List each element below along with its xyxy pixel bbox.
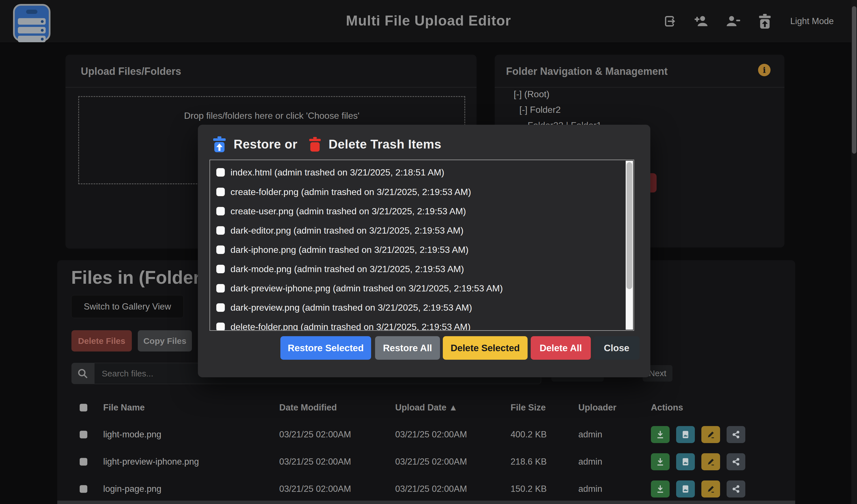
trash-list-item: dark-preview-iphone.png (admin trashed o… — [216, 282, 621, 295]
download-icon[interactable] — [651, 481, 670, 498]
item-checkbox[interactable] — [216, 168, 225, 177]
edit-icon[interactable] — [701, 481, 720, 498]
close-button[interactable]: Close — [594, 336, 640, 360]
item-checkbox[interactable] — [216, 284, 225, 292]
upload-panel-title: Upload Files/Folders — [81, 66, 181, 78]
uploader: admin — [578, 457, 602, 467]
delete-selected-button[interactable]: Delete Selected — [443, 336, 527, 360]
item-label: dark-mode.png (admin trashed on 3/21/202… — [231, 264, 464, 274]
modal-title-delete: Delete Trash Items — [329, 137, 441, 151]
upload-date: 03/21/25 02:00AM — [395, 430, 467, 440]
row-checkbox[interactable] — [80, 431, 87, 438]
download-icon[interactable] — [651, 453, 670, 470]
date-modified: 03/21/25 02:00AM — [279, 430, 351, 440]
table-bottom-scrollbar[interactable] — [57, 501, 795, 504]
item-label: index.html (admin trashed on 3/21/2025, … — [231, 167, 444, 178]
file-size: 218.6 KB — [510, 457, 547, 467]
delete-all-button[interactable]: Delete All — [531, 336, 591, 360]
item-label: delete-folder.png (admin trashed on 3/21… — [231, 322, 471, 331]
trash-list-item: dark-preview.png (admin trashed on 3/21/… — [216, 301, 621, 314]
files-panel-title: Files in (Folder2/ — [71, 267, 216, 288]
list-scrollbar-thumb[interactable] — [626, 162, 632, 289]
modal-title-restore: Restore or — [234, 137, 297, 151]
item-checkbox[interactable] — [216, 323, 225, 331]
col-file-name[interactable]: File Name — [103, 403, 145, 413]
table-row: login-page.png 03/21/25 02:00AM 03/21/25… — [57, 481, 795, 498]
trash-list-item: create-user.png (admin trashed on 3/21/2… — [216, 205, 621, 217]
share-icon[interactable] — [727, 453, 745, 470]
row-checkbox[interactable] — [80, 458, 87, 466]
row-checkbox[interactable] — [80, 485, 87, 493]
trash-list-item: dark-mode.png (admin trashed on 3/21/202… — [216, 263, 621, 275]
trash-restore-blue-icon — [213, 136, 226, 152]
share-icon[interactable] — [727, 481, 745, 498]
delete-files-button[interactable]: Delete Files — [71, 330, 132, 352]
select-all-checkbox[interactable] — [80, 404, 87, 411]
trash-list-item: delete-folder.png (admin trashed on 3/21… — [216, 321, 621, 331]
light-mode-toggle[interactable]: Light Mode — [789, 16, 836, 27]
item-label: dark-preview-iphone.png (admin trashed o… — [231, 283, 503, 294]
upload-date: 03/21/25 02:00AM — [395, 457, 467, 467]
file-size: 400.2 KB — [510, 430, 547, 440]
date-modified: 03/21/25 02:00AM — [279, 457, 351, 467]
trash-list-item: create-folder.png (admin trashed on 3/21… — [216, 186, 621, 198]
uploader: admin — [578, 484, 602, 494]
table-row: light-mode.png 03/21/25 02:00AM 03/21/25… — [57, 426, 795, 443]
trash-items-modal: Restore or Delete Trash Items index.html… — [198, 125, 650, 377]
item-label: create-user.png (admin trashed on 3/21/2… — [231, 206, 466, 217]
page-scrollbar[interactable] — [851, 0, 857, 504]
user-minus-icon[interactable] — [725, 13, 741, 29]
col-file-size[interactable]: File Size — [510, 403, 546, 413]
copy-files-button[interactable]: Copy Files — [138, 330, 192, 352]
list-scrollbar[interactable] — [626, 161, 633, 330]
item-checkbox[interactable] — [216, 188, 225, 196]
file-size: 150.2 KB — [510, 484, 547, 494]
tree-node-root[interactable]: [-] (Root) — [514, 89, 550, 100]
image-preview-icon[interactable] — [676, 481, 695, 498]
header-actions: Light Mode — [662, 0, 836, 43]
edit-icon[interactable] — [701, 453, 720, 470]
trash-list-item: index.html (admin trashed on 3/21/2025, … — [216, 166, 621, 179]
page-scrollbar-thumb[interactable] — [852, 6, 856, 154]
item-checkbox[interactable] — [216, 265, 225, 273]
table-header-row: File Name Date Modified Upload Date ▲ Fi… — [57, 400, 795, 416]
item-checkbox[interactable] — [216, 226, 225, 235]
date-modified: 03/21/25 02:00AM — [279, 484, 351, 494]
trash-restore-icon[interactable] — [757, 13, 773, 29]
dropzone-text: Drop files/folders here or click 'Choose… — [184, 111, 359, 121]
upload-date: 03/21/25 02:00AM — [395, 484, 467, 494]
col-uploader[interactable]: Uploader — [578, 403, 616, 413]
item-label: create-folder.png (admin trashed on 3/21… — [231, 187, 471, 197]
user-plus-icon[interactable] — [693, 13, 709, 29]
search-icon — [71, 363, 94, 384]
item-checkbox[interactable] — [216, 246, 225, 254]
tree-node-folder2[interactable]: [-] Folder2 — [519, 105, 561, 115]
download-icon[interactable] — [651, 426, 670, 443]
edit-icon[interactable] — [701, 426, 720, 443]
col-upload-date[interactable]: Upload Date ▲ — [395, 403, 457, 413]
trash-items-list: index.html (admin trashed on 3/21/2025, … — [209, 159, 634, 331]
uploader: admin — [578, 430, 602, 440]
item-checkbox[interactable] — [216, 207, 225, 215]
modal-title: Restore or Delete Trash Items — [213, 136, 441, 152]
switch-gallery-view-button[interactable]: Switch to Gallery View — [71, 295, 184, 318]
restore-all-button[interactable]: Restore All — [375, 336, 440, 360]
image-preview-icon[interactable] — [676, 453, 695, 470]
trash-list-item: dark-editor.png (admin trashed on 3/21/2… — [216, 224, 621, 237]
share-icon[interactable] — [727, 426, 745, 443]
image-preview-icon[interactable] — [676, 426, 695, 443]
item-label: dark-iphone.png (admin trashed on 3/21/2… — [231, 245, 469, 255]
item-label: dark-preview.png (admin trashed on 3/21/… — [231, 302, 472, 313]
table-row: light-preview-iphone.png 03/21/25 02:00A… — [57, 453, 795, 470]
sort-asc-icon: ▲ — [449, 403, 457, 413]
col-actions: Actions — [651, 403, 683, 413]
divider — [66, 87, 476, 88]
login-icon[interactable] — [662, 13, 677, 29]
restore-selected-button[interactable]: Restore Selected — [280, 336, 371, 360]
file-name: login-page.png — [103, 484, 161, 494]
top-bar: Multi File Upload Editor — [0, 0, 857, 43]
col-date-modified[interactable]: Date Modified — [279, 403, 337, 413]
file-name: light-preview-iphone.png — [103, 457, 199, 467]
item-checkbox[interactable] — [216, 303, 225, 312]
app-window: Multi File Upload Editor — [0, 0, 857, 504]
